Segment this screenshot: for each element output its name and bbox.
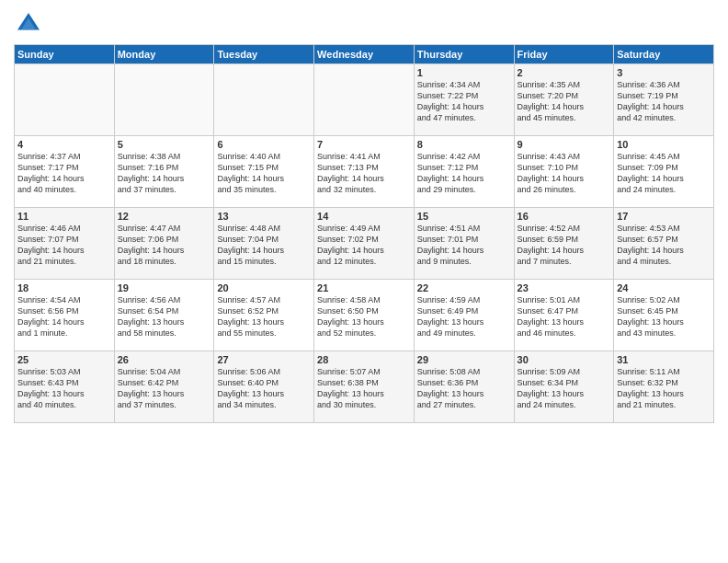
day-info: Sunrise: 4:49 AM Sunset: 7:02 PM Dayligh… <box>317 223 411 268</box>
day-info: Sunrise: 4:34 AM Sunset: 7:22 PM Dayligh… <box>417 79 511 124</box>
day-number: 3 <box>617 67 711 78</box>
calendar-cell: 17Sunrise: 4:53 AM Sunset: 6:57 PM Dayli… <box>614 208 714 280</box>
calendar-week-row: 11Sunrise: 4:46 AM Sunset: 7:07 PM Dayli… <box>15 208 714 280</box>
day-info: Sunrise: 4:37 AM Sunset: 7:17 PM Dayligh… <box>17 151 111 196</box>
day-info: Sunrise: 4:53 AM Sunset: 6:57 PM Dayligh… <box>617 223 711 268</box>
calendar-cell: 27Sunrise: 5:06 AM Sunset: 6:40 PM Dayli… <box>214 351 314 423</box>
calendar-cell: 19Sunrise: 4:56 AM Sunset: 6:54 PM Dayli… <box>114 280 214 351</box>
day-info: Sunrise: 5:04 AM Sunset: 6:42 PM Dayligh… <box>118 366 211 411</box>
day-number: 8 <box>417 139 511 150</box>
calendar-cell: 29Sunrise: 5:08 AM Sunset: 6:36 PM Dayli… <box>414 351 514 423</box>
day-info: Sunrise: 5:01 AM Sunset: 6:47 PM Dayligh… <box>518 294 611 339</box>
calendar-cell: 20Sunrise: 4:57 AM Sunset: 6:52 PM Dayli… <box>214 280 314 351</box>
weekday-header-row: SundayMondayTuesdayWednesdayThursdayFrid… <box>15 45 714 64</box>
day-info: Sunrise: 5:03 AM Sunset: 6:43 PM Dayligh… <box>17 366 111 411</box>
day-info: Sunrise: 4:47 AM Sunset: 7:06 PM Dayligh… <box>118 223 211 268</box>
day-info: Sunrise: 4:41 AM Sunset: 7:13 PM Dayligh… <box>317 151 411 196</box>
logo <box>14 9 47 39</box>
calendar-cell: 13Sunrise: 4:48 AM Sunset: 7:04 PM Dayli… <box>214 208 314 280</box>
weekday-header: Thursday <box>414 45 514 64</box>
day-info: Sunrise: 5:11 AM Sunset: 6:32 PM Dayligh… <box>617 366 711 411</box>
calendar-cell: 14Sunrise: 4:49 AM Sunset: 7:02 PM Dayli… <box>314 208 415 280</box>
calendar-cell <box>214 64 314 136</box>
weekday-header: Monday <box>114 45 214 64</box>
calendar-week-row: 1Sunrise: 4:34 AM Sunset: 7:22 PM Daylig… <box>15 64 714 136</box>
logo-icon <box>14 9 43 39</box>
day-number: 12 <box>118 211 211 222</box>
calendar-cell: 5Sunrise: 4:38 AM Sunset: 7:16 PM Daylig… <box>114 136 214 208</box>
weekday-header: Wednesday <box>314 45 415 64</box>
calendar-cell: 23Sunrise: 5:01 AM Sunset: 6:47 PM Dayli… <box>514 280 614 351</box>
weekday-header: Sunday <box>15 45 115 64</box>
calendar-cell: 22Sunrise: 4:59 AM Sunset: 6:49 PM Dayli… <box>414 280 514 351</box>
calendar-week-row: 25Sunrise: 5:03 AM Sunset: 6:43 PM Dayli… <box>15 351 714 423</box>
calendar-cell: 18Sunrise: 4:54 AM Sunset: 6:56 PM Dayli… <box>15 280 115 351</box>
calendar-cell: 25Sunrise: 5:03 AM Sunset: 6:43 PM Dayli… <box>15 351 115 423</box>
calendar-cell: 8Sunrise: 4:42 AM Sunset: 7:12 PM Daylig… <box>414 136 514 208</box>
day-info: Sunrise: 4:40 AM Sunset: 7:15 PM Dayligh… <box>217 151 311 196</box>
calendar-table: SundayMondayTuesdayWednesdayThursdayFrid… <box>14 44 714 423</box>
day-number: 30 <box>518 354 611 365</box>
day-number: 21 <box>317 282 411 293</box>
day-number: 16 <box>518 211 611 222</box>
day-number: 2 <box>518 67 611 78</box>
day-number: 23 <box>518 282 611 293</box>
calendar-week-row: 18Sunrise: 4:54 AM Sunset: 6:56 PM Dayli… <box>15 280 714 351</box>
day-info: Sunrise: 5:09 AM Sunset: 6:34 PM Dayligh… <box>518 366 611 411</box>
day-number: 17 <box>617 211 711 222</box>
calendar-cell: 2Sunrise: 4:35 AM Sunset: 7:20 PM Daylig… <box>514 64 614 136</box>
day-number: 25 <box>17 354 111 365</box>
day-number: 13 <box>217 211 311 222</box>
day-info: Sunrise: 5:06 AM Sunset: 6:40 PM Dayligh… <box>217 366 311 411</box>
calendar-cell: 28Sunrise: 5:07 AM Sunset: 6:38 PM Dayli… <box>314 351 415 423</box>
calendar-cell: 31Sunrise: 5:11 AM Sunset: 6:32 PM Dayli… <box>614 351 714 423</box>
day-info: Sunrise: 4:54 AM Sunset: 6:56 PM Dayligh… <box>17 294 111 339</box>
day-number: 11 <box>17 211 111 222</box>
day-info: Sunrise: 4:35 AM Sunset: 7:20 PM Dayligh… <box>518 79 611 124</box>
header <box>14 9 714 39</box>
calendar-cell: 30Sunrise: 5:09 AM Sunset: 6:34 PM Dayli… <box>514 351 614 423</box>
day-info: Sunrise: 5:08 AM Sunset: 6:36 PM Dayligh… <box>417 366 511 411</box>
day-number: 20 <box>217 282 311 293</box>
day-number: 14 <box>317 211 411 222</box>
day-number: 24 <box>617 282 711 293</box>
day-info: Sunrise: 4:42 AM Sunset: 7:12 PM Dayligh… <box>417 151 511 196</box>
calendar-cell: 3Sunrise: 4:36 AM Sunset: 7:19 PM Daylig… <box>614 64 714 136</box>
calendar-cell <box>15 64 115 136</box>
calendar-cell: 4Sunrise: 4:37 AM Sunset: 7:17 PM Daylig… <box>15 136 115 208</box>
day-info: Sunrise: 4:36 AM Sunset: 7:19 PM Dayligh… <box>617 79 711 124</box>
day-number: 19 <box>118 282 211 293</box>
calendar-cell: 15Sunrise: 4:51 AM Sunset: 7:01 PM Dayli… <box>414 208 514 280</box>
calendar-week-row: 4Sunrise: 4:37 AM Sunset: 7:17 PM Daylig… <box>15 136 714 208</box>
day-info: Sunrise: 4:43 AM Sunset: 7:10 PM Dayligh… <box>518 151 611 196</box>
day-info: Sunrise: 4:51 AM Sunset: 7:01 PM Dayligh… <box>417 223 511 268</box>
weekday-header: Friday <box>514 45 614 64</box>
day-info: Sunrise: 4:38 AM Sunset: 7:16 PM Dayligh… <box>118 151 211 196</box>
day-number: 7 <box>317 139 411 150</box>
day-number: 26 <box>118 354 211 365</box>
calendar-cell: 16Sunrise: 4:52 AM Sunset: 6:59 PM Dayli… <box>514 208 614 280</box>
day-number: 31 <box>617 354 711 365</box>
day-info: Sunrise: 4:58 AM Sunset: 6:50 PM Dayligh… <box>317 294 411 339</box>
day-number: 18 <box>17 282 111 293</box>
day-info: Sunrise: 4:52 AM Sunset: 6:59 PM Dayligh… <box>518 223 611 268</box>
day-info: Sunrise: 4:59 AM Sunset: 6:49 PM Dayligh… <box>417 294 511 339</box>
calendar-cell: 11Sunrise: 4:46 AM Sunset: 7:07 PM Dayli… <box>15 208 115 280</box>
calendar-cell <box>314 64 415 136</box>
calendar-cell: 1Sunrise: 4:34 AM Sunset: 7:22 PM Daylig… <box>414 64 514 136</box>
day-number: 15 <box>417 211 511 222</box>
calendar-cell: 12Sunrise: 4:47 AM Sunset: 7:06 PM Dayli… <box>114 208 214 280</box>
calendar-cell: 6Sunrise: 4:40 AM Sunset: 7:15 PM Daylig… <box>214 136 314 208</box>
calendar-cell: 24Sunrise: 5:02 AM Sunset: 6:45 PM Dayli… <box>614 280 714 351</box>
day-number: 22 <box>417 282 511 293</box>
calendar-cell: 21Sunrise: 4:58 AM Sunset: 6:50 PM Dayli… <box>314 280 415 351</box>
day-number: 9 <box>518 139 611 150</box>
day-info: Sunrise: 5:07 AM Sunset: 6:38 PM Dayligh… <box>317 366 411 411</box>
day-number: 27 <box>217 354 311 365</box>
day-info: Sunrise: 4:46 AM Sunset: 7:07 PM Dayligh… <box>17 223 111 268</box>
day-number: 5 <box>118 139 211 150</box>
weekday-header: Tuesday <box>214 45 314 64</box>
day-info: Sunrise: 4:45 AM Sunset: 7:09 PM Dayligh… <box>617 151 711 196</box>
calendar-cell: 9Sunrise: 4:43 AM Sunset: 7:10 PM Daylig… <box>514 136 614 208</box>
day-number: 1 <box>417 67 511 78</box>
